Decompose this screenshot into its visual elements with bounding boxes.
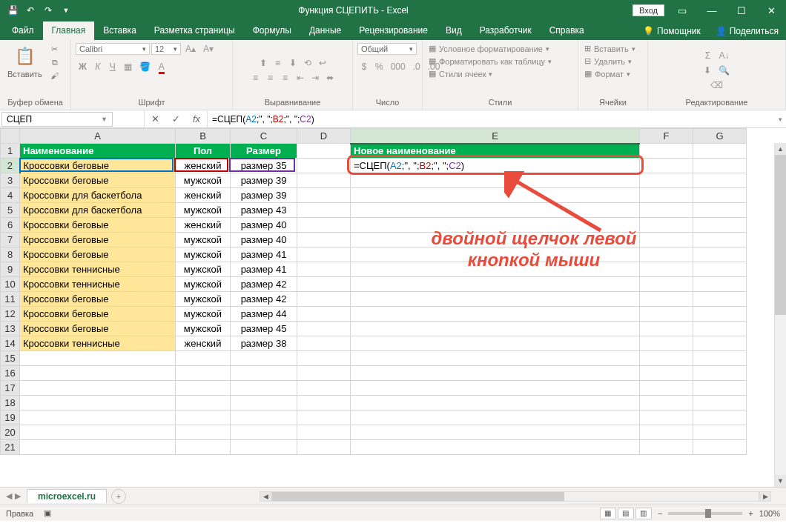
cell-D14[interactable] xyxy=(297,336,351,351)
cell-G8[interactable] xyxy=(693,247,747,262)
autosum-icon[interactable]: Σ xyxy=(701,50,714,61)
cell-E13[interactable] xyxy=(351,322,640,336)
cell-A20[interactable] xyxy=(20,425,176,440)
row-header-4[interactable]: 4 xyxy=(1,188,20,203)
tab-insert[interactable]: Вставка xyxy=(94,21,145,40)
page-break-view-icon[interactable]: ▥ xyxy=(635,508,652,519)
cell-C2[interactable]: размер 35 xyxy=(231,159,297,173)
row-header-13[interactable]: 13 xyxy=(1,322,20,336)
sort-filter-icon[interactable]: A↓ xyxy=(716,50,732,61)
scroll-left-icon[interactable]: ◀ xyxy=(260,491,271,502)
cell-D6[interactable] xyxy=(297,218,351,233)
redo-icon[interactable]: ↷ xyxy=(40,2,56,19)
cell-G4[interactable] xyxy=(693,188,747,203)
cell-B19[interactable] xyxy=(176,410,231,425)
tab-data[interactable]: Данные xyxy=(300,21,350,40)
cell-B10[interactable]: мужской xyxy=(176,277,231,292)
increase-indent-icon[interactable]: ⇥ xyxy=(308,72,322,84)
cell-B14[interactable]: женский xyxy=(176,336,231,351)
underline-icon[interactable]: Ч xyxy=(106,61,119,73)
cell-E1[interactable]: Новое наименование xyxy=(351,144,640,159)
cell-C1[interactable]: Размер xyxy=(231,144,297,159)
cell-B9[interactable]: мужской xyxy=(176,262,231,277)
row-header-16[interactable]: 16 xyxy=(1,366,20,381)
cut-icon[interactable]: ✂ xyxy=(48,43,62,55)
row-header-8[interactable]: 8 xyxy=(1,247,20,262)
cell-F10[interactable] xyxy=(640,277,693,292)
cell-G7[interactable] xyxy=(693,233,747,247)
cell-G11[interactable] xyxy=(693,292,747,307)
cell-G9[interactable] xyxy=(693,262,747,277)
cell-C17[interactable] xyxy=(231,381,297,396)
italic-icon[interactable]: К xyxy=(91,61,105,73)
cell-A11[interactable]: Кроссовки беговые xyxy=(20,292,176,307)
col-header-B[interactable]: B xyxy=(176,129,231,144)
cell-F15[interactable] xyxy=(640,351,693,366)
cell-C21[interactable] xyxy=(231,440,297,455)
select-all-cell[interactable] xyxy=(1,129,20,144)
row-header-15[interactable]: 15 xyxy=(1,351,20,366)
cell-B20[interactable] xyxy=(176,425,231,440)
cell-C3[interactable]: размер 39 xyxy=(231,173,297,188)
row-header-3[interactable]: 3 xyxy=(1,173,20,188)
cell-B4[interactable]: женский xyxy=(176,188,231,203)
cell-D12[interactable] xyxy=(297,307,351,322)
cell-D11[interactable] xyxy=(297,292,351,307)
cell-B8[interactable]: мужской xyxy=(176,247,231,262)
cell-A1[interactable]: Наименование xyxy=(20,144,176,159)
cell-C19[interactable] xyxy=(231,410,297,425)
cell-E4[interactable] xyxy=(351,188,640,203)
align-middle-icon[interactable]: ≡ xyxy=(271,57,285,69)
cell-E21[interactable] xyxy=(351,440,640,455)
cell-C12[interactable]: размер 44 xyxy=(231,307,297,322)
row-header-2[interactable]: 2 xyxy=(1,159,20,173)
cell-G14[interactable] xyxy=(693,336,747,351)
cell-B6[interactable]: женский xyxy=(176,218,231,233)
cell-D8[interactable] xyxy=(297,247,351,262)
row-header-6[interactable]: 6 xyxy=(1,218,20,233)
row-header-18[interactable]: 18 xyxy=(1,396,20,410)
cell-B21[interactable] xyxy=(176,440,231,455)
cell-E15[interactable] xyxy=(351,351,640,366)
zoom-level[interactable]: 100% xyxy=(759,509,780,518)
zoom-in-icon[interactable]: + xyxy=(748,509,753,518)
cell-G13[interactable] xyxy=(693,322,747,336)
decrease-indent-icon[interactable]: ⇤ xyxy=(294,72,307,84)
cell-F5[interactable] xyxy=(640,203,693,218)
bold-icon[interactable]: Ж xyxy=(76,61,90,73)
font-name-combo[interactable]: Calibri▾ xyxy=(76,43,150,55)
cell-A4[interactable]: Кроссовки для баскетбола xyxy=(20,188,176,203)
cell-D10[interactable] xyxy=(297,277,351,292)
percent-icon[interactable]: % xyxy=(372,61,386,73)
cell-G18[interactable] xyxy=(693,396,747,410)
copy-icon[interactable]: ⧉ xyxy=(48,56,62,68)
row-header-7[interactable]: 7 xyxy=(1,233,20,247)
align-top-icon[interactable]: ⬆ xyxy=(257,57,270,69)
cell-E17[interactable] xyxy=(351,381,640,396)
cell-B11[interactable]: мужской xyxy=(176,292,231,307)
horizontal-scrollbar[interactable]: ◀ ▶ xyxy=(260,491,771,502)
share-button[interactable]: 👤Поделиться xyxy=(708,22,786,40)
cell-F16[interactable] xyxy=(640,366,693,381)
cell-G20[interactable] xyxy=(693,425,747,440)
cell-C18[interactable] xyxy=(231,396,297,410)
cell-B15[interactable] xyxy=(176,351,231,366)
cell-A13[interactable]: Кроссовки беговые xyxy=(20,322,176,336)
maximize-icon[interactable]: ☐ xyxy=(727,0,756,21)
col-header-F[interactable]: F xyxy=(640,129,693,144)
zoom-out-icon[interactable]: − xyxy=(658,509,662,518)
cell-G5[interactable] xyxy=(693,203,747,218)
cell-F1[interactable] xyxy=(640,144,693,159)
undo-icon[interactable]: ↶ xyxy=(22,2,39,19)
row-header-5[interactable]: 5 xyxy=(1,203,20,218)
cell-G16[interactable] xyxy=(693,366,747,381)
cell-F21[interactable] xyxy=(640,440,693,455)
fx-icon[interactable]: fx xyxy=(186,111,207,127)
cell-styles-button[interactable]: ▦Стили ячеек▾ xyxy=(427,68,553,79)
scroll-down-icon[interactable]: ▼ xyxy=(775,475,786,487)
row-header-10[interactable]: 10 xyxy=(1,277,20,292)
cell-F13[interactable] xyxy=(640,322,693,336)
col-header-C[interactable]: C xyxy=(231,129,297,144)
cell-A9[interactable]: Кроссовки теннисные xyxy=(20,262,176,277)
tab-view[interactable]: Вид xyxy=(437,21,471,40)
